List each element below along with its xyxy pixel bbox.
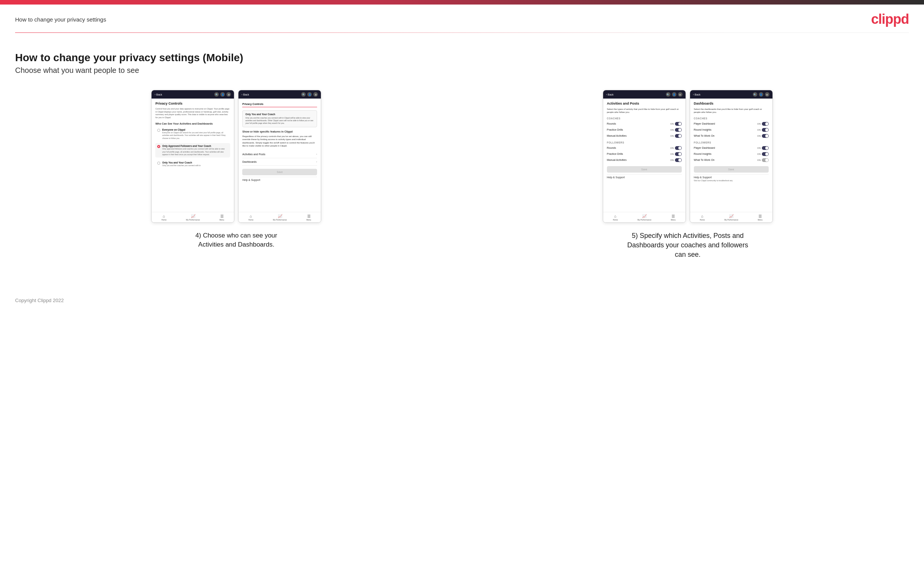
coaches-rounds-toggle[interactable]: ON bbox=[670, 122, 682, 126]
nav-performance-1[interactable]: 📈 My Performance bbox=[186, 214, 200, 221]
radio-label-approved: Only Approved Followers and Your Coach bbox=[162, 145, 228, 147]
activities-posts-arrow: › bbox=[316, 153, 317, 156]
followers-work-on-toggle[interactable]: ON bbox=[758, 158, 769, 162]
radio-option-everyone[interactable]: Everyone on Clippd Everyone on Clippd ca… bbox=[155, 127, 230, 141]
nav-home-1[interactable]: ⌂ Home bbox=[162, 214, 166, 221]
followers-practice-toggle[interactable]: ON bbox=[670, 152, 682, 156]
radio-text-only-you: Only You and Your Coach Only you and the… bbox=[162, 161, 228, 167]
performance-icon-3: 📈 bbox=[642, 214, 647, 218]
people-icon-3[interactable]: 👤 bbox=[672, 92, 677, 97]
followers-round-insights-toggle[interactable]: ON bbox=[758, 152, 769, 156]
followers-work-on-row: What To Work On ON bbox=[694, 157, 769, 163]
nav-performance-3[interactable]: 📈 My Performance bbox=[638, 214, 651, 221]
followers-header-4: FOLLOWERS bbox=[694, 141, 769, 144]
coaches-player-dash-switch[interactable] bbox=[762, 122, 769, 126]
nav-home-2[interactable]: ⌂ Home bbox=[248, 214, 253, 221]
help-label-4: Help & Support bbox=[694, 176, 769, 179]
nav-menu-4[interactable]: ☰ Menu bbox=[758, 214, 762, 221]
followers-round-insights-switch[interactable] bbox=[762, 152, 769, 156]
followers-header-3: FOLLOWERS bbox=[607, 141, 682, 144]
settings-icon[interactable]: ⚙ bbox=[226, 92, 231, 97]
coaches-work-on-switch[interactable] bbox=[762, 134, 769, 138]
followers-rounds-switch[interactable] bbox=[675, 146, 682, 150]
phone-4-bottom-nav: ⌂ Home 📈 My Performance ☰ Menu bbox=[690, 212, 772, 222]
nav-menu-2[interactable]: ☰ Menu bbox=[307, 214, 312, 221]
nav-icons-4: 🔍 👤 ⚙ bbox=[753, 92, 769, 97]
back-button-3[interactable]: ‹ Back bbox=[606, 93, 614, 96]
people-icon[interactable]: 👤 bbox=[220, 92, 225, 97]
followers-work-on-switch[interactable] bbox=[762, 158, 769, 162]
search-icon-3[interactable]: 🔍 bbox=[666, 92, 670, 97]
followers-player-dash-switch[interactable] bbox=[762, 146, 769, 150]
coaches-player-dash-toggle[interactable]: ON bbox=[758, 122, 769, 126]
nav-performance-4[interactable]: 📈 My Performance bbox=[724, 214, 738, 221]
coaches-manual-toggle[interactable]: ON bbox=[670, 134, 682, 138]
followers-player-dash-label: Player Dashboard bbox=[694, 147, 715, 149]
search-icon-4[interactable]: 🔍 bbox=[753, 92, 758, 97]
coaches-work-on-on: ON bbox=[758, 135, 761, 137]
caption-4: 4) Choose who can see your Activities an… bbox=[187, 231, 285, 249]
menu-label-2: Menu bbox=[307, 219, 312, 221]
radio-option-approved[interactable]: Only Approved Followers and Your Coach O… bbox=[155, 143, 230, 158]
nav-home-4[interactable]: ⌂ Home bbox=[700, 214, 705, 221]
save-btn-3[interactable]: Save bbox=[607, 166, 682, 172]
followers-manual-switch[interactable] bbox=[675, 158, 682, 162]
save-btn-2[interactable]: Save bbox=[242, 169, 317, 175]
nav-home-3[interactable]: ⌂ Home bbox=[613, 214, 618, 221]
followers-practice-switch[interactable] bbox=[675, 152, 682, 156]
radio-text-approved: Only Approved Followers and Your Coach O… bbox=[162, 145, 228, 156]
people-icon-2[interactable]: 👤 bbox=[307, 92, 312, 97]
privacy-tab-row: Privacy Controls bbox=[242, 102, 317, 107]
followers-rounds-toggle[interactable]: ON bbox=[670, 146, 682, 150]
privacy-controls-title: Privacy Controls bbox=[155, 102, 230, 105]
coaches-manual-switch[interactable] bbox=[675, 134, 682, 138]
group-5: ‹ Back 🔍 👤 ⚙ Activities and Posts Select… bbox=[467, 90, 909, 260]
settings-icon-3[interactable]: ⚙ bbox=[678, 92, 683, 97]
coaches-practice-toggle[interactable]: ON bbox=[670, 128, 682, 132]
performance-icon-4: 📈 bbox=[729, 214, 733, 218]
people-icon-4[interactable]: 👤 bbox=[759, 92, 763, 97]
privacy-controls-tab[interactable]: Privacy Controls bbox=[242, 102, 263, 107]
coaches-round-insights-toggle[interactable]: ON bbox=[758, 128, 769, 132]
home-label-4: Home bbox=[700, 219, 705, 221]
back-button-4[interactable]: ‹ Back bbox=[693, 93, 701, 96]
coaches-practice-on: ON bbox=[670, 129, 674, 131]
header: How to change your privacy settings clip… bbox=[0, 5, 924, 32]
back-button-1[interactable]: ‹ Back bbox=[155, 93, 162, 96]
radio-circle-only-you bbox=[157, 162, 160, 164]
coaches-player-dash-on: ON bbox=[758, 123, 761, 125]
coaches-rounds-switch[interactable] bbox=[675, 122, 682, 126]
settings-icon-4[interactable]: ⚙ bbox=[765, 92, 769, 97]
followers-player-dash-row: Player Dashboard ON bbox=[694, 145, 769, 151]
activities-posts-desc: Select the types of activity that you'd … bbox=[607, 108, 682, 114]
back-button-2[interactable]: ‹ Back bbox=[241, 93, 249, 96]
radio-sublabel-everyone: Everyone on Clippd can search for you an… bbox=[162, 131, 226, 139]
radio-sublabel-only-you: Only you and the coaches you connect wit… bbox=[162, 164, 201, 166]
menu-label-3: Menu bbox=[671, 219, 676, 221]
activities-posts-row[interactable]: Activities and Posts › bbox=[242, 151, 317, 158]
coaches-rounds-label: Rounds bbox=[607, 122, 616, 125]
radio-sublabel-approved: Only approved followers and coaches you … bbox=[162, 148, 225, 156]
nav-menu-1[interactable]: ☰ Menu bbox=[220, 214, 225, 221]
followers-player-dash-toggle[interactable]: ON bbox=[758, 146, 769, 150]
coaches-rounds-on: ON bbox=[670, 123, 674, 125]
nav-menu-3[interactable]: ☰ Menu bbox=[671, 214, 676, 221]
coaches-work-on-toggle[interactable]: ON bbox=[758, 134, 769, 138]
followers-manual-toggle[interactable]: ON bbox=[670, 158, 682, 162]
save-btn-4[interactable]: Save bbox=[694, 166, 769, 172]
nav-performance-2[interactable]: 📈 My Performance bbox=[273, 214, 287, 221]
radio-option-only-you[interactable]: Only You and Your Coach Only you and the… bbox=[155, 160, 230, 168]
menu-label-1: Menu bbox=[220, 219, 225, 221]
followers-player-dash-on: ON bbox=[758, 147, 761, 149]
search-icon[interactable]: 🔍 bbox=[214, 92, 219, 97]
coaches-round-insights-switch[interactable] bbox=[762, 128, 769, 132]
home-icon-4: ⌂ bbox=[701, 214, 703, 218]
dashboards-label: Dashboards bbox=[242, 161, 257, 163]
settings-icon-2[interactable]: ⚙ bbox=[313, 92, 318, 97]
dashboards-row[interactable]: Dashboards › bbox=[242, 158, 317, 166]
coaches-practice-switch[interactable] bbox=[675, 128, 682, 132]
coaches-practice-label: Practice Drills bbox=[607, 128, 623, 131]
coaches-round-insights-row: Round Insights ON bbox=[694, 127, 769, 133]
search-icon-2[interactable]: 🔍 bbox=[301, 92, 306, 97]
menu-label-4: Menu bbox=[758, 219, 762, 221]
